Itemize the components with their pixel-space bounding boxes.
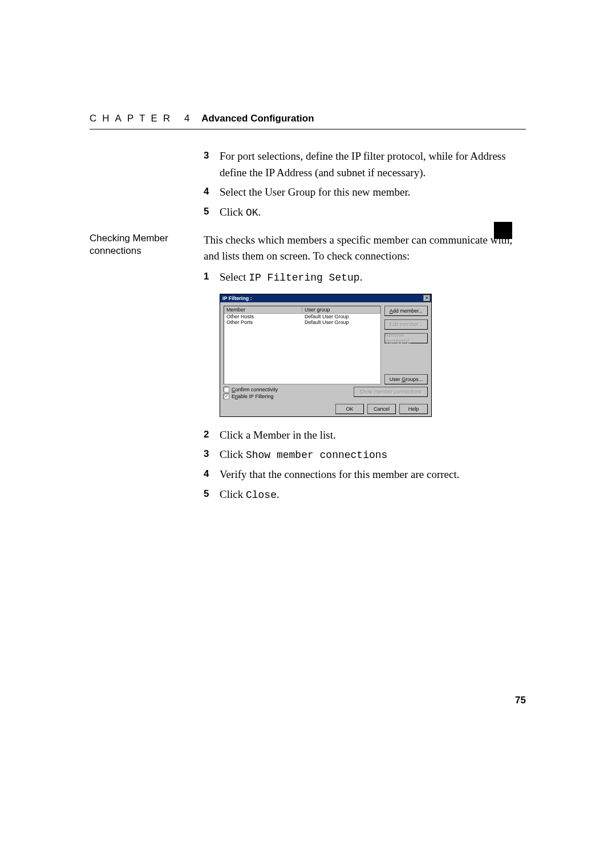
step-text: Select the User Group for this new membe… — [220, 184, 526, 201]
dialog-titlebar: IP Filtering : ✕ — [220, 294, 431, 302]
margin-heading: Checking Member connections — [90, 232, 204, 506]
table-row[interactable]: Other Hosts Default User Group — [224, 314, 380, 319]
show-member-connections-button: Show member connections — [354, 387, 428, 397]
ok-button[interactable]: OK — [335, 404, 364, 414]
running-header: CHAPTER 4 Advanced Configuration — [90, 113, 526, 129]
user-groups-button[interactable]: User Groups... — [384, 374, 428, 384]
member-list[interactable]: Member User group Other Hosts Default Us… — [224, 306, 381, 384]
add-member-button[interactable]: Add member... — [384, 306, 428, 316]
step-number: 1 — [204, 269, 220, 286]
chapter-label: CHAPTER 4 — [90, 113, 195, 124]
step-number: 4 — [204, 467, 220, 483]
step-text: Click Close. — [220, 487, 526, 503]
checkbox-icon: ✓ — [224, 394, 229, 399]
page-number: 75 — [515, 695, 526, 706]
column-header-user-group: User group — [302, 306, 380, 313]
ip-filtering-dialog-figure: IP Filtering : ✕ Member User group — [220, 294, 432, 417]
step-text: Click Show member connections — [220, 447, 526, 463]
step-number: 3 — [204, 148, 220, 181]
column-header-member: Member — [224, 306, 302, 313]
step-number: 3 — [204, 447, 220, 463]
confirm-connectivity-checkbox[interactable]: Confirm connectivity — [224, 387, 336, 392]
table-row[interactable]: Other Ports Default User Group — [224, 319, 380, 325]
close-icon[interactable]: ✕ — [423, 295, 430, 301]
dialog-title: IP Filtering : — [222, 295, 423, 301]
remove-member-button: Remove member(s) — [384, 333, 428, 343]
cancel-button[interactable]: Cancel — [367, 404, 396, 414]
step-text: Select IP Filtering Setup. — [220, 269, 526, 286]
enable-ip-filtering-checkbox[interactable]: ✓ Enable IP Filtering — [224, 394, 336, 399]
edit-member-button: Edit member... — [384, 319, 428, 330]
step-text: For port selections, define the IP filte… — [220, 148, 526, 181]
step-text: Click OK. — [220, 204, 526, 221]
step-number: 2 — [204, 427, 220, 444]
step-list-a: 3 For port selections, define the IP fil… — [204, 148, 526, 221]
step-list-b-continued: 2 Click a Member in the list. 3 Click Sh… — [204, 427, 526, 503]
help-button[interactable]: Help — [399, 404, 428, 414]
step-list-b: 1 Select IP Filtering Setup. — [204, 269, 526, 286]
step-number: 5 — [204, 487, 220, 503]
step-number: 5 — [204, 204, 220, 221]
step-text: Verify that the connections for this mem… — [220, 467, 526, 483]
intro-paragraph: This checks which members a specific mem… — [204, 232, 526, 265]
chapter-title: Advanced Configuration — [201, 113, 314, 124]
checkbox-icon — [224, 387, 229, 392]
step-text: Click a Member in the list. — [220, 427, 526, 444]
step-number: 4 — [204, 184, 220, 201]
